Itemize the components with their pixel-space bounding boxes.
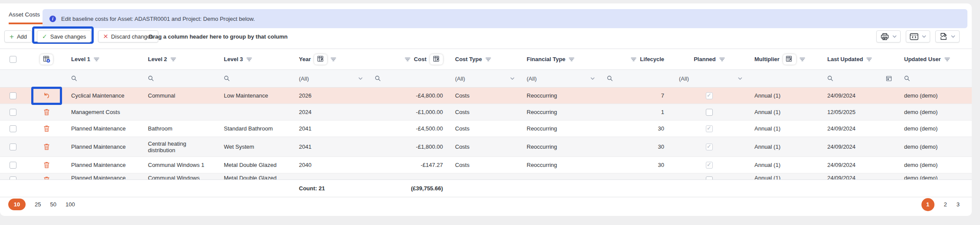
column-header-cost-type[interactable]: Cost Type [449,49,521,70]
cell-cost[interactable]: -£1,000.00 [369,104,449,121]
row-select-checkbox[interactable] [10,109,16,116]
row-select-checkbox[interactable] [10,143,16,150]
cell-level3[interactable] [218,104,293,121]
planned-checkbox[interactable]: ✓ [706,109,713,116]
cell-lifecycle[interactable]: 1 [601,104,670,121]
page-size-100[interactable]: 100 [66,201,75,208]
cell-year[interactable]: 2026 [293,88,369,104]
header-filter-icon[interactable] [569,57,574,62]
undo-icon[interactable] [43,92,50,99]
cell-last-updated[interactable]: 24/09/2024 [821,121,898,137]
column-header-cost[interactable]: Cost [369,49,449,70]
planned-checkbox[interactable]: ✓ [706,92,713,99]
row-select-checkbox[interactable] [10,162,16,169]
edit-column-icon[interactable] [430,54,443,65]
cell-multiplier[interactable]: Annual (1) [748,157,821,173]
cell-level2[interactable]: Communal Windows 1 [142,157,218,173]
cell-year[interactable]: 2041 [293,121,369,137]
page-1[interactable]: 1 [921,198,934,211]
column-header-last-updated[interactable]: Last Updated [821,49,898,70]
cell-updated-user[interactable]: demo (demo) [904,173,966,179]
cell-multiplier[interactable]: Annual (1) [748,121,821,137]
cell-level1[interactable]: Management Costs [65,104,142,121]
table-row[interactable]: Planned Maintenance Communal Windows 1 M… [0,157,972,173]
cell-cost[interactable]: -£4,500.00 [369,121,449,137]
cell-level1[interactable]: Planned Maintenance [65,121,142,137]
tab-asset-costs[interactable]: Asset Costs [9,11,40,23]
cell-lifecycle[interactable]: 30 [601,121,670,137]
filter-planned-dropdown[interactable]: (All) [670,70,748,88]
header-filter-icon[interactable] [170,57,176,62]
cell-last-updated[interactable]: 24/09/2024 [821,88,898,104]
table-row[interactable]: Planned Maintenance Bathroom Standard Ba… [0,121,972,137]
header-filter-icon[interactable] [944,57,950,62]
row-select-checkbox[interactable] [10,176,16,179]
filter-updated-user[interactable] [898,70,972,88]
delete-row-icon[interactable] [43,108,50,116]
cell-updated-user[interactable]: demo (demo) [898,88,972,104]
cell-last-updated[interactable]: 24/09/2024 [821,137,898,157]
calendar-icon[interactable] [886,75,892,82]
page-size-50[interactable]: 50 [50,201,56,208]
cell-year[interactable]: 2024 [293,104,369,121]
cell-level1[interactable]: Cyclical Maintenance [65,88,142,104]
cell-lifecycle[interactable]: 30 [601,137,670,157]
column-header-multiplier[interactable]: Multiplier [748,49,821,70]
cell-level2[interactable]: Communal [142,88,218,104]
cell-year[interactable]: 2040 [293,157,369,173]
cell-last-updated[interactable]: 24/09/2024 [827,173,892,179]
filter-cost[interactable] [369,70,449,88]
cell-level3[interactable]: Metal Double Glazed [218,157,293,173]
cell-cost[interactable]: -£1,800.00 [369,137,449,157]
filter-lifecycle[interactable] [601,70,670,88]
cell-level3[interactable]: Standard Bathroom [218,121,293,137]
cell-level1[interactable]: Planned Maintenance [71,173,136,179]
column-header-planned[interactable]: Planned [670,49,748,70]
cell-cost-type[interactable]: Costs [449,104,521,121]
cell-updated-user[interactable]: demo (demo) [898,157,972,173]
column-header-level3[interactable]: Level 3 [218,49,293,70]
column-header-updated-user[interactable]: Updated User [898,49,972,70]
cell-level3[interactable]: Wet System [218,137,293,157]
filter-financial-type-dropdown[interactable]: (All) [521,70,601,88]
cell-lifecycle[interactable]: 30 [601,157,670,173]
cell-cost-type[interactable]: Costs [449,157,521,173]
add-button[interactable]: + Add [4,30,32,42]
cell-level2[interactable]: Bathroom [142,121,218,137]
filter-level1[interactable] [65,70,142,88]
cell-financial-type[interactable]: Reoccurring [521,121,601,137]
save-changes-button[interactable]: ✓ Save changes [37,30,91,42]
code-view-button[interactable] [906,30,930,42]
clear-row-changes-column-icon[interactable] [40,54,53,65]
header-filter-icon[interactable] [94,57,99,62]
header-filter-icon[interactable] [866,57,872,62]
table-row[interactable]: Cyclical Maintenance Communal Low Mainte… [0,88,972,104]
header-filter-icon[interactable] [719,57,725,62]
cell-cost-type[interactable]: Costs [449,121,521,137]
cell-level3[interactable]: Low Maintenance [218,88,293,104]
cell-multiplier[interactable]: Annual (1) [754,173,815,179]
cell-level2[interactable]: Central heating distribution [142,137,218,157]
header-filter-icon[interactable] [246,57,252,62]
delete-row-icon[interactable] [43,176,50,179]
cell-level3[interactable]: Metal Double Glazed [224,173,287,179]
cell-multiplier[interactable]: Annual (1) [748,88,821,104]
table-row[interactable]: Planned Maintenance Central heating dist… [0,137,972,157]
planned-checkbox[interactable]: ✓ [706,143,713,150]
cell-last-updated[interactable]: 24/09/2024 [821,157,898,173]
column-header-year[interactable]: Year [293,49,369,70]
cell-financial-type[interactable]: Reoccurring [521,157,601,173]
cell-updated-user[interactable]: demo (demo) [898,104,972,121]
page-2[interactable]: 2 [944,201,947,208]
planned-checkbox[interactable] [706,176,713,179]
cell-cost[interactable]: -£4,800.00 [369,88,449,104]
export-button[interactable] [935,30,960,42]
cell-cost-type[interactable]: Costs [449,88,521,104]
delete-row-icon[interactable] [43,143,50,150]
cell-updated-user[interactable]: demo (demo) [898,137,972,157]
column-header-level2[interactable]: Level 2 [142,49,218,70]
filter-cost-type-dropdown[interactable]: (All) [449,70,521,88]
header-filter-icon[interactable] [331,57,336,62]
row-select-checkbox[interactable] [10,125,16,132]
page-3[interactable]: 3 [957,201,960,208]
